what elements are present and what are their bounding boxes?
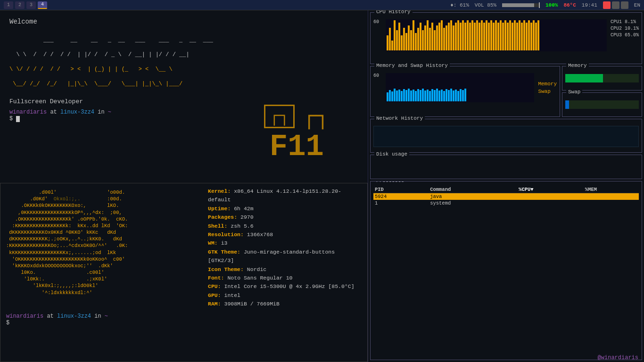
memswap-row: Memory and Swap History 60 Memory Swap M… [370, 66, 642, 117]
prompt-user: winardiaris [9, 109, 47, 115]
table-row[interactable]: 1systemd [373, 200, 639, 206]
volume-indicator: VOL 85% [475, 2, 496, 8]
workspace-2[interactable]: 2 [15, 1, 25, 9]
swap-fill [565, 100, 569, 109]
col-mem: %MEM [584, 186, 639, 193]
prompt-host: linux-3zz4 [60, 109, 94, 115]
memswap-history-title: Memory and Swap History [374, 63, 450, 68]
volume-icon[interactable] [621, 1, 628, 9]
prompt-at: at [47, 109, 60, 115]
memory-box: Memory [562, 66, 642, 90]
brightness-indicator: ♦: 61% [450, 2, 469, 8]
cpu-stats: CPU1 8.1% CPU2 10.1% CPU3 65.0% [609, 19, 639, 51]
time-display: 19:41 [582, 2, 597, 8]
processes-title: Processes [374, 181, 406, 183]
swap-box: Swap [562, 92, 642, 117]
col-command: Command [429, 186, 517, 193]
network-history-title: Network History [374, 115, 425, 121]
neofetch-info: Kernel: x86_64 Linux 4.12.14-lp151.28.20… [208, 187, 362, 308]
workspace-tabs[interactable]: 1 2 3 4 [4, 1, 47, 9]
cpu2-stat: CPU2 10.1% [611, 26, 639, 31]
memory-fill [565, 74, 603, 82]
processes-table: PID Command %CPU▼ %MEM 5924java1systemd [373, 186, 639, 206]
app-icons [603, 1, 628, 9]
app-icon-1[interactable] [603, 1, 611, 9]
workspace-4[interactable]: 4 [38, 1, 47, 9]
app-icon-2[interactable] [612, 1, 619, 9]
topbar-right: ♦: 61% VOL 85% 100% 86°C 19:41 EN [450, 1, 640, 9]
network-history-box: Network History [370, 119, 642, 153]
table-row[interactable]: 5924java [373, 193, 639, 200]
disk-usage-title: Disk usage [374, 151, 409, 157]
memswap-graph [386, 73, 534, 102]
battery-indicator: 100% [545, 2, 558, 8]
right-monitor-panel: CPU History 60 CPU1 8.1% CPU2 10.1% CPU3… [368, 10, 644, 362]
cursor [16, 116, 20, 122]
cpu1-stat: CPU1 8.1% [611, 19, 639, 25]
memswap-history-box: Memory and Swap History 60 Memory Swap [370, 66, 560, 117]
swap-legend-label: Swap [538, 89, 557, 94]
memswap-scale: 60 [373, 73, 384, 102]
swap-bar [565, 100, 639, 109]
swap-box-title: Swap [566, 89, 582, 95]
prompt-dir: ~ [108, 109, 111, 115]
memory-box-title: Memory [566, 63, 589, 68]
col-pid: PID [373, 186, 429, 193]
workspace-3[interactable]: 3 [26, 1, 36, 9]
temp-indicator: 86°C [563, 2, 576, 8]
memswap-legend: Memory Swap [536, 73, 557, 102]
cpu-scale: 60 [373, 19, 384, 25]
ascii-art-logo: ___ __ __ _ __ ___ ___ _ __ ___ \ \ / / … [9, 29, 358, 95]
neofetch-ascii: .d00l' 'o00d. .d0Kd' Okxol:;,. :00d. .OK… [6, 187, 204, 308]
topbar: 1 2 3 4 ♦: 61% VOL 85% 100% 86°C 19:41 E… [0, 0, 644, 10]
main-area: Welcome ___ __ __ _ __ ___ ___ _ __ ___ … [0, 10, 644, 362]
cpu3-stat: CPU3 65.0% [611, 33, 639, 38]
left-terminal-panel: Welcome ___ __ __ _ __ ___ ___ _ __ ___ … [0, 10, 368, 362]
network-graph [373, 126, 639, 147]
col-cpu[interactable]: %CPU▼ [517, 186, 584, 193]
bottom-username: @winardiaris [592, 354, 644, 362]
welcome-text: Welcome [9, 18, 358, 25]
memory-bar [565, 74, 639, 82]
cpu-history-box: CPU History 60 CPU1 8.1% CPU2 10.1% CPU3… [370, 12, 642, 64]
disk-usage-box: Disk usage [370, 155, 642, 179]
cpu-graph [386, 19, 607, 51]
f11-display: ┌┐ ┌┐ F11 [264, 105, 330, 162]
memory-legend-label: Memory [538, 81, 557, 87]
neofetch-prompt: winardiaris at linux-3zz4 in ~ $ [6, 313, 362, 326]
cpu-history-title: CPU History [374, 10, 413, 15]
processes-box: Processes PID Command %CPU▼ %MEM 5924jav… [370, 181, 642, 360]
language-indicator: EN [634, 2, 640, 8]
memory-swap-boxes: Memory Swap [562, 66, 642, 117]
workspace-1[interactable]: 1 [4, 1, 13, 9]
neofetch-box: .d00l' 'o00d. .d0Kd' Okxol:;,. :00d. .OK… [0, 183, 368, 362]
